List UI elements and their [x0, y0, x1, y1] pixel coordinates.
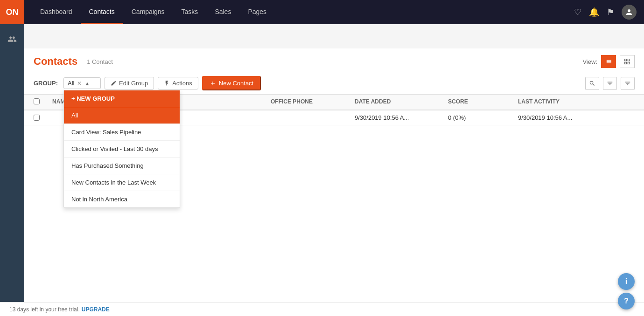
edit-group-button[interactable]: Edit Group — [105, 77, 154, 89]
view-label: View: — [582, 58, 597, 65]
row-last-activity: 9/30/2019 10:56 A... — [518, 114, 635, 121]
flag-icon[interactable]: ⚑ — [607, 7, 614, 17]
logo: ON — [0, 0, 24, 24]
new-contact-label: New Contact — [219, 80, 253, 87]
nav-tasks[interactable]: Tasks — [173, 0, 207, 24]
dropdown-item-all[interactable]: All — [64, 107, 180, 124]
col-header-phone: OFFICE PHONE — [271, 98, 355, 106]
new-contact-button[interactable]: New Contact — [202, 76, 261, 90]
col-header-date-added: DATE ADDED — [355, 98, 448, 106]
col-header-last-activity: LAST ACTIVITY — [518, 98, 635, 106]
dropdown-item-not-north-america[interactable]: Not in North America — [64, 191, 180, 207]
contact-count: 1 Contact — [87, 58, 113, 65]
filter-button[interactable] — [603, 77, 617, 90]
actions-button[interactable]: Actions — [158, 77, 198, 89]
select-all-checkbox[interactable] — [34, 98, 40, 104]
toolbar: GROUP: All ✕ ▲ + NEW GROUP All Card View… — [24, 72, 644, 95]
col-header-score: SCORE — [448, 98, 518, 106]
grid-view-button[interactable] — [620, 55, 635, 68]
clear-group-icon[interactable]: ✕ — [77, 80, 82, 87]
bell-icon[interactable]: 🔔 — [589, 7, 599, 17]
group-label: GROUP: — [34, 80, 58, 87]
nav-right: ♡ 🔔 ⚑ — [574, 5, 637, 20]
nav-links: Dashboard Contacts Campaigns Tasks Sales… — [32, 0, 574, 24]
columns-button[interactable] — [621, 77, 635, 90]
group-dropdown-container: All ✕ ▲ + NEW GROUP All Card View: Sales… — [63, 77, 101, 89]
page-header: Contacts 1 Contact View: — [24, 48, 644, 72]
dropdown-item-new-contacts[interactable]: New Contacts in the Last Week — [64, 174, 180, 191]
upgrade-link[interactable]: UPGRADE — [82, 306, 110, 313]
chevron-up-icon: ▲ — [84, 81, 90, 86]
top-nav: ON Dashboard Contacts Campaigns Tasks Sa… — [0, 0, 644, 24]
info-fab[interactable]: i — [618, 273, 635, 290]
footer: 13 days left in your free trial. UPGRADE — [0, 302, 644, 316]
search-button[interactable] — [585, 77, 599, 90]
dropdown-item-clicked-visited[interactable]: Clicked or Visited - Last 30 days — [64, 141, 180, 158]
nav-sales[interactable]: Sales — [206, 0, 239, 24]
row-checkbox-cell — [34, 115, 52, 121]
row-date-added: 9/30/2019 10:56 A... — [355, 114, 448, 121]
row-checkbox[interactable] — [34, 115, 40, 121]
sidebar-icon-contacts[interactable] — [3, 30, 21, 48]
dropdown-item-sales-pipeline[interactable]: Card View: Sales Pipeline — [64, 124, 180, 141]
page-title: Contacts — [34, 55, 77, 68]
nav-campaigns[interactable]: Campaigns — [123, 0, 173, 24]
heart-icon[interactable]: ♡ — [574, 7, 581, 17]
row-score: 0 (0%) — [448, 114, 518, 121]
avatar[interactable] — [622, 5, 637, 20]
dropdown-item-has-purchased[interactable]: Has Purchased Something — [64, 158, 180, 174]
new-group-item[interactable]: + NEW GROUP — [64, 90, 180, 107]
nav-dashboard[interactable]: Dashboard — [32, 0, 81, 24]
list-view-button[interactable] — [601, 55, 616, 68]
col-header-check — [34, 98, 52, 106]
group-selector-value: All — [68, 80, 74, 87]
trial-text: 13 days left in your free trial. — [9, 306, 80, 313]
edit-group-label: Edit Group — [119, 80, 148, 87]
nav-contacts[interactable]: Contacts — [81, 0, 123, 24]
help-fab[interactable]: ? — [618, 293, 635, 309]
sidebar — [0, 24, 24, 302]
actions-label: Actions — [172, 80, 192, 87]
header-right: View: — [582, 55, 635, 68]
group-selector[interactable]: All ✕ ▲ — [63, 77, 101, 89]
toolbar-right — [585, 77, 635, 90]
nav-pages[interactable]: Pages — [239, 0, 275, 24]
group-dropdown-menu: + NEW GROUP All Card View: Sales Pipelin… — [63, 90, 180, 208]
